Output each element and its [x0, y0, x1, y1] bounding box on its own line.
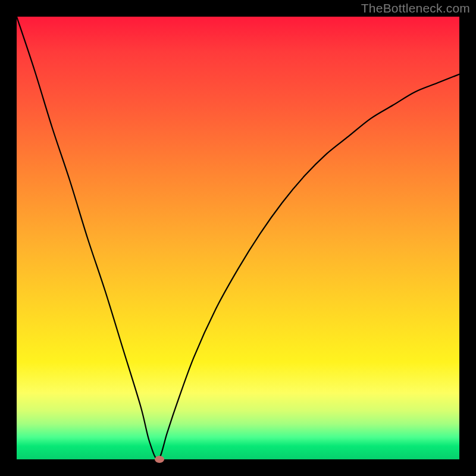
plot-area — [17, 17, 459, 459]
bottleneck-curve — [17, 17, 459, 459]
watermark-text: TheBottleneck.com — [361, 1, 470, 15]
chart-frame: TheBottleneck.com — [0, 0, 476, 476]
curve-svg — [17, 17, 459, 459]
optimal-point-marker — [155, 456, 164, 463]
